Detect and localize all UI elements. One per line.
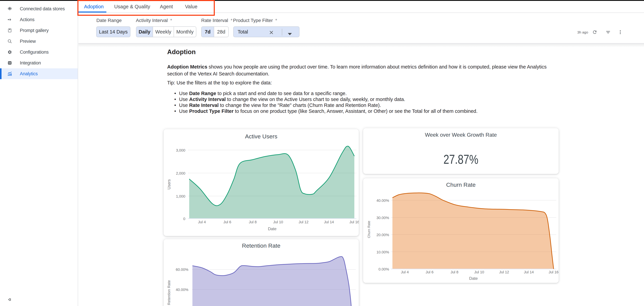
svg-text:Retention Rate: Retention Rate bbox=[167, 280, 171, 305]
svg-text:Jul 6: Jul 6 bbox=[224, 220, 231, 224]
svg-text:60.00%: 60.00% bbox=[176, 267, 188, 272]
svg-text:0: 0 bbox=[183, 217, 185, 221]
svg-text:Jul 16: Jul 16 bbox=[549, 270, 559, 274]
svg-text:30.00%: 30.00% bbox=[376, 216, 389, 220]
svg-text:27.87%: 27.87% bbox=[444, 152, 478, 167]
svg-text:Jul 4: Jul 4 bbox=[401, 270, 409, 274]
svg-text:Date: Date bbox=[268, 226, 276, 231]
svg-text:Jul 8: Jul 8 bbox=[249, 220, 256, 224]
svg-text:Churn Rate: Churn Rate bbox=[446, 181, 476, 188]
svg-text:40.00%: 40.00% bbox=[376, 198, 389, 203]
svg-text:Jul 16: Jul 16 bbox=[350, 220, 359, 224]
svg-text:Active Users: Active Users bbox=[245, 133, 278, 140]
svg-text:Jul 10: Jul 10 bbox=[273, 220, 283, 224]
svg-text:Jul 14: Jul 14 bbox=[324, 220, 334, 224]
svg-text:Week over Week Growth Rate: Week over Week Growth Rate bbox=[425, 132, 497, 138]
svg-text:Churn Rate: Churn Rate bbox=[367, 221, 371, 238]
svg-text:Retention Rate: Retention Rate bbox=[242, 242, 280, 249]
svg-text:20.00%: 20.00% bbox=[376, 233, 389, 237]
svg-text:Jul 4: Jul 4 bbox=[198, 220, 206, 224]
svg-text:Date: Date bbox=[469, 276, 478, 281]
svg-text:Users: Users bbox=[167, 179, 171, 189]
svg-text:Jul 14: Jul 14 bbox=[524, 270, 534, 274]
svg-text:Jul 10: Jul 10 bbox=[474, 270, 484, 274]
svg-text:1,000: 1,000 bbox=[176, 194, 185, 198]
svg-text:Jul 8: Jul 8 bbox=[450, 270, 458, 274]
svg-text:Jul 12: Jul 12 bbox=[499, 270, 509, 274]
svg-text:Jul 6: Jul 6 bbox=[426, 270, 434, 274]
svg-text:Jul 12: Jul 12 bbox=[298, 220, 308, 224]
svg-text:3,000: 3,000 bbox=[176, 148, 185, 153]
svg-text:10.00%: 10.00% bbox=[376, 250, 389, 254]
svg-text:2,000: 2,000 bbox=[176, 171, 185, 175]
svg-text:0.00%: 0.00% bbox=[378, 267, 389, 271]
svg-text:40.00%: 40.00% bbox=[176, 288, 188, 292]
